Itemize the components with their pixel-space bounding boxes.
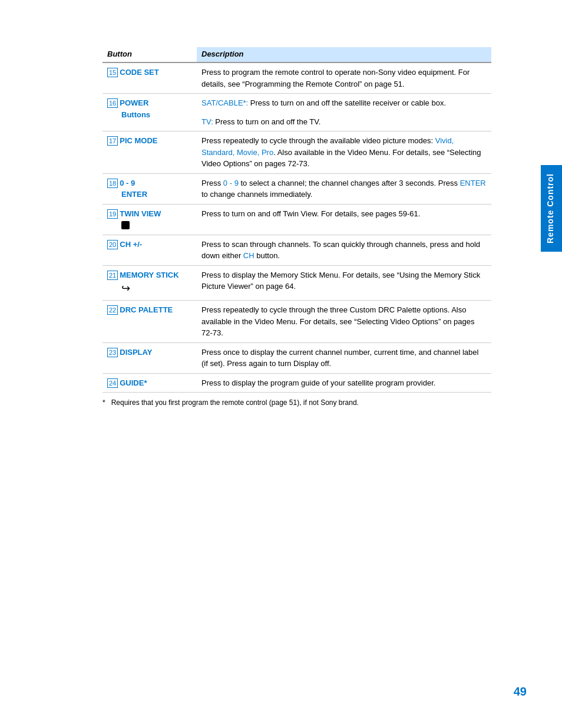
desc-cell-22: Press repeatedly to cycle through the th… bbox=[197, 301, 491, 343]
ch-ref: CH bbox=[243, 251, 254, 260]
table-row: 21MEMORY STICK ↪ Press to display the Me… bbox=[103, 265, 491, 301]
table-row: 180 - 9 ENTER Press 0 - 9 to select a ch… bbox=[103, 173, 491, 204]
btn-label-19: TWIN VIEW bbox=[120, 209, 161, 218]
btn-label-21: MEMORY STICK bbox=[120, 271, 178, 279]
button-cell-22: 22DRC PALETTE bbox=[103, 301, 197, 343]
row-number-16: 16 bbox=[107, 98, 118, 108]
footnote: * Requires that you first program the re… bbox=[103, 398, 491, 407]
table-row: 20CH +/- Press to scan through channels.… bbox=[103, 235, 491, 265]
desc-cell-15: Press to program the remote control to o… bbox=[197, 62, 491, 94]
header-button: Button bbox=[103, 47, 197, 62]
button-cell-16: 16POWER Buttons bbox=[103, 94, 197, 131]
button-cell-15: 15CODE SET bbox=[103, 62, 197, 94]
button-cell-19: 19TWIN VIEW bbox=[103, 204, 197, 235]
desc-cell-18: Press 0 - 9 to select a channel; the cha… bbox=[197, 173, 491, 204]
btn-label-23: DISPLAY bbox=[120, 348, 152, 357]
button-cell-21: 21MEMORY STICK ↪ bbox=[103, 265, 197, 301]
btn-label-20: CH +/- bbox=[120, 240, 142, 249]
row-number-18: 18 bbox=[107, 179, 118, 188]
desc-cell-17: Press repeatedly to cycle through the av… bbox=[197, 131, 491, 174]
table-row: 23DISPLAY Press once to display the curr… bbox=[103, 342, 491, 373]
row-number-22: 22 bbox=[107, 305, 118, 315]
table-row: 16POWER Buttons SAT/CABLE*: Press to tur… bbox=[103, 94, 491, 113]
button-cell-18: 180 - 9 ENTER bbox=[103, 173, 197, 204]
row-number-21: 21 bbox=[107, 271, 118, 280]
row-number-23: 23 bbox=[107, 348, 118, 357]
row-number-24: 24 bbox=[107, 378, 118, 388]
row-number-19: 19 bbox=[107, 209, 118, 219]
desc-cell-20: Press to scan through channels. To scan … bbox=[197, 235, 491, 265]
table-row: 19TWIN VIEW Press to turn on and off Twi… bbox=[103, 204, 491, 235]
memory-stick-icon: ↪ bbox=[107, 282, 130, 294]
button-cell-24: 24GUIDE* bbox=[103, 373, 197, 393]
btn-label-16: POWER bbox=[120, 98, 148, 107]
enter-ref: ENTER bbox=[460, 179, 486, 187]
desc-cell-19: Press to turn on and off Twin View. For … bbox=[197, 204, 491, 235]
button-cell-17: 17PIC MODE bbox=[103, 131, 197, 174]
btn-label-15: CODE SET bbox=[120, 68, 158, 77]
btn-label-18b: ENTER bbox=[107, 190, 147, 199]
desc-cell-21: Press to display the Memory Stick Menu. … bbox=[197, 265, 491, 301]
side-tab: Remote Control bbox=[541, 165, 562, 252]
row-number-15: 15 bbox=[107, 68, 118, 77]
table-row: 17PIC MODE Press repeatedly to cycle thr… bbox=[103, 131, 491, 174]
pic-modes: Vivid, Standard, Movie, Pro bbox=[201, 136, 454, 157]
desc-cell-16a: SAT/CABLE*: Press to turn on and off the… bbox=[197, 94, 491, 113]
table-row: 24GUIDE* Press to display the program gu… bbox=[103, 373, 491, 393]
btn-label-22: DRC PALETTE bbox=[120, 305, 173, 314]
btn-label-24: GUIDE* bbox=[120, 378, 147, 387]
header-description: Description bbox=[197, 47, 491, 62]
page-number: 49 bbox=[514, 685, 527, 699]
button-cell-20: 20CH +/- bbox=[103, 235, 197, 265]
btn-label-17: PIC MODE bbox=[120, 136, 157, 145]
btn-sub-16: Buttons bbox=[107, 110, 150, 119]
button-cell-23: 23DISPLAY bbox=[103, 342, 197, 373]
zero-nine-ref: 0 - 9 bbox=[223, 179, 239, 187]
satcable-label: SAT/CABLE*: bbox=[201, 98, 248, 107]
row-number-20: 20 bbox=[107, 240, 118, 249]
page-container: Remote Control Button Description 15CODE… bbox=[0, 0, 562, 728]
tv-label: TV: bbox=[201, 117, 213, 126]
btn-label-18a: 0 - 9 bbox=[120, 179, 135, 187]
table-row: 15CODE SET Press to program the remote c… bbox=[103, 62, 491, 94]
desc-cell-24: Press to display the program guide of yo… bbox=[197, 373, 491, 393]
twin-view-icon bbox=[107, 220, 130, 229]
row-number-17: 17 bbox=[107, 136, 118, 146]
desc-cell-16b: TV: Press to turn on and off the TV. bbox=[197, 113, 491, 131]
desc-cell-23: Press once to display the current channe… bbox=[197, 342, 491, 373]
table-row: 22DRC PALETTE Press repeatedly to cycle … bbox=[103, 301, 491, 343]
main-table: Button Description 15CODE SET Press to p… bbox=[103, 47, 491, 393]
